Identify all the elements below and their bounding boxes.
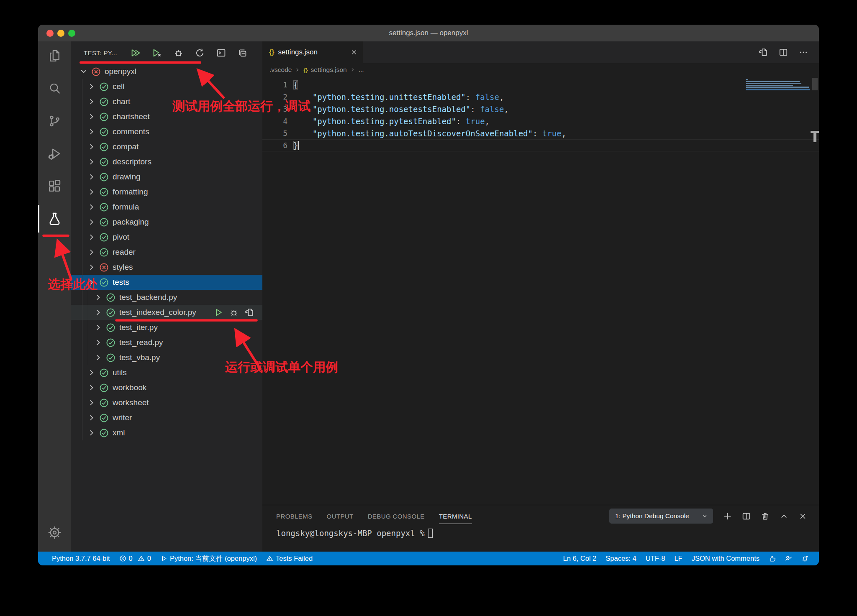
run-test-icon[interactable] — [214, 308, 223, 317]
maximize-panel-icon[interactable] — [780, 512, 788, 521]
chevron-right-icon[interactable] — [87, 233, 96, 242]
tree-item-packaging[interactable]: packaging — [71, 215, 262, 230]
settings-gear-icon[interactable] — [38, 522, 71, 542]
chevron-right-icon[interactable] — [87, 187, 96, 197]
chevron-right-icon[interactable] — [87, 172, 96, 181]
status-indentation[interactable]: Spaces: 4 — [601, 552, 641, 565]
tree-item-test-backend-py[interactable]: test_backend.py — [71, 290, 262, 305]
close-panel-icon[interactable] — [798, 512, 807, 521]
chevron-right-icon[interactable] — [87, 82, 96, 91]
tree-item-styles[interactable]: styles — [71, 260, 262, 275]
terminal-select-dropdown[interactable]: 1: Python Debug Console — [609, 509, 713, 524]
chevron-right-icon[interactable] — [87, 263, 96, 272]
collapse-all-icon[interactable] — [238, 48, 247, 58]
chevron-right-icon[interactable] — [87, 248, 96, 257]
status-python-interpreter[interactable]: Python: 当前文件 (openpyxl) — [156, 552, 262, 565]
tree-item-openpyxl[interactable]: openpyxl — [71, 64, 262, 79]
chevron-right-icon[interactable] — [94, 353, 103, 362]
run-debug-icon[interactable] — [38, 143, 71, 164]
run-all-tests-icon[interactable] — [131, 48, 141, 58]
testing-flask-icon[interactable] — [38, 209, 71, 229]
source-control-icon[interactable] — [38, 111, 71, 131]
tree-item-descriptors[interactable]: descriptors — [71, 154, 262, 169]
split-terminal-icon[interactable] — [742, 512, 751, 521]
notifications-button[interactable] — [797, 552, 813, 565]
tree-item-test-indexed-color-py[interactable]: test_indexed_color.py — [71, 305, 262, 320]
tree-item-cell[interactable]: cell — [71, 79, 262, 94]
chevron-right-icon[interactable] — [94, 338, 103, 347]
minimap[interactable] — [746, 79, 810, 90]
tree-item-test-read-py[interactable]: test_read.py — [71, 335, 262, 350]
chevron-down-icon[interactable] — [79, 67, 88, 76]
tree-item-pivot[interactable]: pivot — [71, 230, 262, 245]
tweet-feedback-button[interactable] — [764, 552, 780, 565]
tree-item-formula[interactable]: formula — [71, 199, 262, 215]
split-editor-icon[interactable] — [779, 48, 788, 57]
open-changes-icon[interactable] — [759, 48, 768, 57]
breadcrumb-symbol[interactable]: ... — [359, 66, 364, 74]
minimize-window-button[interactable] — [57, 30, 64, 37]
editor-scrollbar[interactable] — [812, 78, 818, 90]
panel-tab-output[interactable]: OUTPUT — [327, 505, 354, 527]
code-editor[interactable]: 1{2 "python.testing.unittestEnabled": fa… — [262, 77, 819, 505]
tree-item-test-iter-py[interactable]: test_iter.py — [71, 320, 262, 335]
tree-item-formatting[interactable]: formatting — [71, 184, 262, 199]
panel-tab-terminal[interactable]: TERMINAL — [439, 505, 472, 527]
chevron-right-icon[interactable] — [87, 413, 96, 422]
breadcrumb-folder[interactable]: .vscode — [269, 66, 292, 74]
status-python-version[interactable]: Python 3.7.7 64-bit — [47, 552, 115, 565]
tree-item-drawing[interactable]: drawing — [71, 169, 262, 184]
panel-tab-debug-console[interactable]: DEBUG CONSOLE — [368, 505, 425, 527]
chevron-right-icon[interactable] — [87, 142, 96, 151]
extensions-icon[interactable] — [38, 176, 71, 196]
chevron-right-icon[interactable] — [87, 368, 96, 377]
debug-test-icon[interactable] — [229, 308, 239, 317]
status-language-mode[interactable]: JSON with Comments — [687, 552, 764, 565]
goto-file-icon[interactable] — [245, 308, 254, 317]
show-test-output-icon[interactable] — [216, 48, 226, 58]
minimap-line — [746, 83, 801, 84]
tree-item-worksheet[interactable]: worksheet — [71, 395, 262, 410]
search-icon[interactable] — [38, 78, 71, 98]
chevron-right-icon[interactable] — [87, 157, 96, 166]
terminal[interactable]: longsky@longskys-MBP openpyxl % — [262, 529, 819, 538]
chevron-right-icon[interactable] — [87, 127, 96, 136]
tab-settings-json[interactable]: {} settings.json — [262, 41, 363, 63]
test-explorer-sidebar: TEST: PY... openpyxlcellchartchartsheetc… — [71, 41, 262, 552]
files-icon[interactable] — [38, 46, 71, 66]
refresh-tests-icon[interactable] — [195, 48, 205, 58]
feedback-button[interactable] — [780, 552, 797, 565]
tree-item-compat[interactable]: compat — [71, 139, 262, 154]
panel-tab-problems[interactable]: PROBLEMS — [276, 505, 313, 527]
chevron-right-icon[interactable] — [94, 323, 103, 332]
breadcrumb-file[interactable]: settings.json — [311, 66, 347, 74]
chevron-right-icon[interactable] — [87, 112, 96, 121]
status-encoding[interactable]: UTF-8 — [641, 552, 670, 565]
close-tab-icon[interactable] — [350, 49, 358, 56]
status-eol[interactable]: LF — [670, 552, 687, 565]
new-terminal-icon[interactable] — [723, 512, 732, 521]
tree-item-workbook[interactable]: workbook — [71, 380, 262, 395]
chevron-right-icon[interactable] — [87, 398, 96, 407]
status-tests-failed[interactable]: Tests Failed — [262, 552, 317, 565]
tree-item-xml[interactable]: xml — [71, 425, 262, 440]
tree-item-reader[interactable]: reader — [71, 245, 262, 260]
chevron-right-icon[interactable] — [87, 428, 96, 437]
close-window-button[interactable] — [46, 30, 54, 37]
more-actions-icon[interactable] — [799, 48, 808, 57]
debug-tests-icon[interactable] — [174, 48, 183, 58]
chevron-right-icon[interactable] — [87, 217, 96, 227]
zoom-window-button[interactable] — [68, 30, 75, 37]
chevron-right-icon[interactable] — [87, 383, 96, 392]
chevron-right-icon[interactable] — [87, 202, 96, 212]
chevron-right-icon[interactable] — [94, 308, 103, 317]
tree-item-tests[interactable]: tests — [71, 275, 262, 290]
tree-item-comments[interactable]: comments — [71, 124, 262, 139]
kill-terminal-icon[interactable] — [761, 512, 770, 521]
status-problems[interactable]: 0 0 — [115, 552, 156, 565]
chevron-right-icon[interactable] — [87, 97, 96, 106]
tree-item-writer[interactable]: writer — [71, 410, 262, 425]
status-cursor-position[interactable]: Ln 6, Col 2 — [558, 552, 601, 565]
run-failed-tests-icon[interactable] — [152, 48, 162, 58]
chevron-right-icon[interactable] — [94, 293, 103, 302]
